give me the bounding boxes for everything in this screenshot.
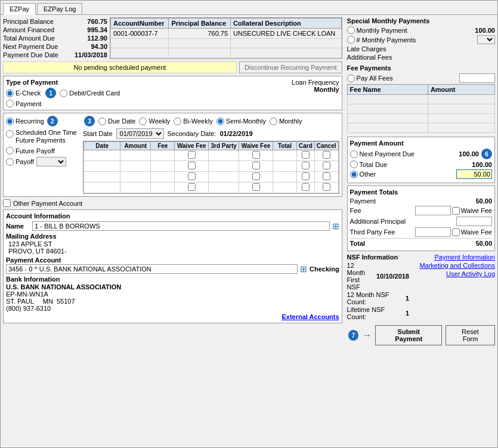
- grid-date-1[interactable]: [85, 152, 117, 159]
- grid-fee-1[interactable]: [151, 152, 172, 159]
- grid-waive2-1[interactable]: [252, 151, 260, 159]
- pay-all-fees-radio[interactable]: [347, 75, 355, 82]
- grid-total-3[interactable]: [274, 174, 295, 180]
- grid-cancel-4[interactable]: [323, 183, 330, 191]
- grid-fee-3[interactable]: [151, 174, 172, 180]
- payment-account-input[interactable]: [6, 264, 298, 274]
- payment-radio[interactable]: [6, 100, 14, 107]
- recurring-radio[interactable]: [6, 118, 14, 125]
- tab-ezpay[interactable]: EZPay: [3, 3, 36, 15]
- start-date-select[interactable]: 01/07/2019: [116, 128, 164, 139]
- bi-weekly-radio[interactable]: [174, 118, 181, 125]
- grid-waive2-4[interactable]: [252, 183, 260, 191]
- grid-waive2-3[interactable]: [252, 172, 260, 180]
- grid-waive1-1[interactable]: [188, 151, 196, 159]
- num-payments-select[interactable]: [477, 35, 495, 44]
- name-input[interactable]: [32, 221, 330, 231]
- future-payoff-radio[interactable]: [6, 147, 14, 155]
- grid-fee-4[interactable]: [151, 184, 172, 191]
- account-row[interactable]: 0001-000037-7 760.75 UNSECURED LIVE CHEC…: [111, 29, 342, 39]
- user-activity-link[interactable]: User Activity Log: [446, 270, 495, 277]
- payoff-option[interactable]: Payoff: [6, 158, 34, 166]
- other-radio[interactable]: [350, 171, 358, 178]
- debit-radio[interactable]: [60, 89, 67, 97]
- grid-date-3[interactable]: [85, 174, 117, 180]
- payment-info-link[interactable]: Payment Information: [435, 254, 496, 261]
- grid-card-2[interactable]: [302, 162, 310, 169]
- name-grid-icon[interactable]: ⊞: [332, 221, 339, 231]
- total-due-option[interactable]: Total Due: [350, 160, 472, 168]
- grid-date-2[interactable]: [85, 163, 117, 169]
- echeck-radio[interactable]: [6, 89, 14, 97]
- debit-option[interactable]: Debit/Credit Card: [60, 89, 120, 97]
- num-payments-option[interactable]: # Monthly Payments: [347, 36, 416, 44]
- next-payment-option[interactable]: Next Payment Due: [350, 150, 459, 158]
- fee-input[interactable]: [415, 206, 451, 215]
- third-party-waive-checkbox[interactable]: [452, 228, 460, 236]
- tab-ezpay-log[interactable]: EZPay Log: [37, 3, 82, 14]
- payoff-radio[interactable]: [6, 158, 14, 166]
- grid-amount-1[interactable]: [121, 152, 148, 159]
- sched-onetime-radio[interactable]: [6, 130, 14, 138]
- grid-total-4[interactable]: [274, 184, 295, 191]
- grid-3rdparty-4[interactable]: [209, 184, 230, 191]
- weekly-radio[interactable]: [139, 118, 147, 125]
- grid-amount-4[interactable]: [121, 184, 148, 191]
- addl-principal-input[interactable]: [456, 217, 492, 226]
- grid-total-2[interactable]: [274, 163, 295, 169]
- other-amount-input[interactable]: [456, 169, 492, 179]
- payment-option[interactable]: Payment: [6, 100, 41, 107]
- external-accounts-link[interactable]: External Accounts: [282, 313, 339, 320]
- echeck-option[interactable]: E-Check: [6, 89, 41, 97]
- due-date-radio[interactable]: [98, 118, 106, 125]
- grid-waive1-2[interactable]: [188, 162, 196, 169]
- grid-waive1-3[interactable]: [188, 172, 196, 180]
- weekly-option[interactable]: Weekly: [139, 118, 170, 125]
- grid-card-4[interactable]: [302, 183, 310, 191]
- grid-amount-3[interactable]: [121, 174, 148, 180]
- pay-all-fees-option[interactable]: Pay All Fees: [347, 75, 393, 82]
- pay-all-fees-input[interactable]: [459, 73, 495, 83]
- next-payment-radio[interactable]: [350, 150, 358, 158]
- grid-cancel-2[interactable]: [323, 162, 330, 169]
- submit-payment-button[interactable]: Submit Payment: [375, 325, 442, 345]
- grid-card-1[interactable]: [302, 151, 310, 159]
- monthly-option[interactable]: Monthly: [270, 118, 302, 125]
- third-party-input[interactable]: [415, 227, 451, 237]
- grid-cancel-3[interactable]: [323, 172, 330, 180]
- monthly-payment-option[interactable]: Monthly Payment: [347, 26, 407, 34]
- payment-account-grid-icon[interactable]: ⊞: [300, 264, 307, 274]
- grid-3rdparty-3[interactable]: [209, 174, 230, 180]
- discontinue-button[interactable]: Discontinue Recurring Payment: [239, 61, 342, 73]
- total-amount-due-label: Total Amount Due: [3, 35, 55, 42]
- grid-fee-2[interactable]: [151, 163, 172, 169]
- fee-amount-header: Amount: [428, 85, 494, 95]
- monthly-payment-radio[interactable]: [347, 26, 355, 34]
- bi-weekly-option[interactable]: Bi-Weekly: [174, 118, 212, 125]
- due-date-option[interactable]: Due Date: [98, 118, 135, 125]
- marketing-collections-link[interactable]: Marketing and Collections: [419, 262, 495, 269]
- fee-waive-option[interactable]: Waive Fee: [452, 207, 492, 215]
- grid-waive1-4[interactable]: [188, 183, 196, 191]
- grid-total-1[interactable]: [274, 152, 295, 159]
- num-payments-radio[interactable]: [347, 36, 355, 44]
- other-option[interactable]: Other: [350, 171, 456, 178]
- monthly-radio[interactable]: [270, 118, 277, 125]
- fee-waive-checkbox[interactable]: [452, 207, 460, 215]
- grid-waive2-2[interactable]: [252, 162, 260, 169]
- third-party-waive-option[interactable]: Waive Fee: [452, 228, 492, 236]
- semi-monthly-radio[interactable]: [216, 118, 224, 125]
- future-payoff-option[interactable]: Future Payoff: [6, 147, 55, 155]
- reset-form-button[interactable]: Reset Form: [446, 325, 495, 345]
- semi-monthly-option[interactable]: Semi-Monthly: [216, 118, 266, 125]
- recurring-option[interactable]: Recurring: [6, 118, 44, 125]
- grid-card-3[interactable]: [302, 172, 310, 180]
- grid-amount-2[interactable]: [121, 163, 148, 169]
- grid-date-4[interactable]: [85, 184, 117, 191]
- total-due-radio[interactable]: [350, 160, 358, 168]
- grid-3rdparty-2[interactable]: [209, 163, 230, 169]
- other-payment-checkbox[interactable]: [3, 199, 11, 207]
- grid-cancel-1[interactable]: [323, 151, 330, 159]
- grid-3rdparty-1[interactable]: [209, 152, 230, 159]
- payoff-select[interactable]: [36, 157, 66, 166]
